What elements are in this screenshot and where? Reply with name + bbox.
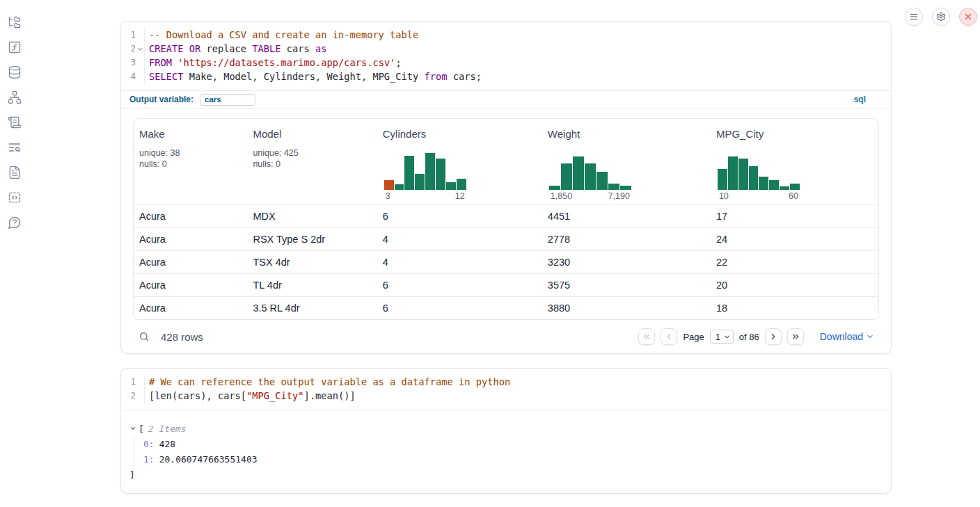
line-number: 2 bbox=[121, 42, 136, 56]
code-line: 2CREATE OR replace TABLE cars as bbox=[121, 42, 891, 56]
table-header: Makeunique: 38nulls: 0Modelunique: 425nu… bbox=[134, 119, 878, 204]
column-header-weight[interactable]: Weight1,8507,190 bbox=[542, 119, 711, 204]
menu-icon bbox=[909, 12, 919, 22]
page-total-label: of 86 bbox=[739, 332, 759, 342]
page-label: Page bbox=[683, 332, 704, 342]
column-header-mpg_city[interactable]: MPG_City1060 bbox=[711, 119, 878, 204]
prev-page-button[interactable] bbox=[661, 328, 677, 345]
histogram-bar bbox=[620, 186, 631, 190]
line-number: 2 bbox=[121, 389, 136, 403]
table-cell: Acura bbox=[134, 303, 247, 314]
column-title: Weight bbox=[548, 128, 705, 140]
python-code-editor[interactable]: 1# We can reference the output variable … bbox=[121, 369, 891, 410]
search-button[interactable] bbox=[139, 331, 150, 342]
column-title: Cylinders bbox=[383, 128, 537, 140]
histogram-bar bbox=[585, 163, 596, 190]
file-text-icon bbox=[8, 166, 22, 179]
histogram-range-labels: 1060 bbox=[718, 191, 800, 201]
sidebar-variables-button[interactable] bbox=[8, 40, 22, 54]
histogram-range-labels: 1,8507,190 bbox=[549, 191, 631, 201]
table-cell: 18 bbox=[711, 303, 878, 314]
code-line: 4SELECT Make, Model, Cylinders, Weight, … bbox=[121, 70, 891, 83]
code-line: 3FROM 'https://datasets.marimo.app/cars.… bbox=[121, 56, 891, 70]
table-cell: Acura bbox=[134, 234, 247, 245]
tree-entry: 0:428 bbox=[143, 436, 880, 451]
table-cell: Acura bbox=[134, 211, 247, 222]
column-header-cylinders[interactable]: Cylinders312 bbox=[377, 119, 542, 204]
download-button[interactable]: Download bbox=[820, 331, 874, 342]
table-cell: 6 bbox=[377, 303, 542, 314]
settings-button[interactable] bbox=[932, 8, 950, 26]
collapse-toggle-icon[interactable] bbox=[129, 425, 136, 432]
table-cell: 2778 bbox=[542, 234, 711, 245]
histogram-bar bbox=[404, 156, 414, 190]
sidebar-data-sources-button[interactable] bbox=[8, 65, 22, 79]
code-text: [len(cars), cars["MPG_City"].mean()] bbox=[144, 389, 356, 403]
code-text: CREATE OR replace TABLE cars as bbox=[144, 42, 326, 56]
histogram-bar bbox=[446, 182, 456, 190]
histogram-bar bbox=[561, 163, 572, 190]
column-stats: unique: 38nulls: 0 bbox=[139, 147, 242, 170]
database-icon bbox=[8, 65, 22, 79]
table-cell: 4 bbox=[377, 257, 542, 268]
table-row[interactable]: Acura3.5 RL 4dr6388018 bbox=[134, 296, 878, 319]
output-variable-label: Output variable: bbox=[129, 95, 193, 104]
notebook-menu-button[interactable] bbox=[905, 8, 923, 26]
histogram-bar bbox=[415, 174, 425, 190]
table-cell: 22 bbox=[711, 257, 878, 268]
histogram-bar bbox=[738, 159, 748, 190]
window-controls bbox=[905, 8, 977, 26]
output-variable-input[interactable] bbox=[200, 94, 255, 106]
histogram-bar bbox=[573, 156, 584, 190]
code-text: FROM 'https://datasets.marimo.app/cars.c… bbox=[144, 56, 402, 70]
sidebar-file-explorer-button[interactable] bbox=[8, 15, 22, 29]
table-cell: Acura bbox=[134, 280, 247, 291]
page-select[interactable]: 1 bbox=[710, 330, 734, 344]
table-cell: 6 bbox=[377, 280, 542, 291]
histogram-bar bbox=[608, 184, 619, 190]
table-cell: TSX 4dr bbox=[247, 257, 377, 268]
sidebar-snippets-button[interactable] bbox=[8, 191, 22, 204]
column-histogram[interactable] bbox=[549, 153, 631, 190]
sql-cell: 1-- Download a CSV and create an in-memo… bbox=[120, 21, 892, 354]
table-footer: 428 rows Page 1 of 86 Download bbox=[121, 320, 891, 353]
row-count: 428 rows bbox=[161, 331, 203, 343]
histogram-bar bbox=[425, 153, 435, 190]
first-page-button[interactable] bbox=[638, 328, 655, 345]
last-page-button[interactable] bbox=[787, 328, 804, 345]
tree-close-bracket: ] bbox=[129, 467, 880, 482]
fold-chevron-icon[interactable] bbox=[136, 42, 144, 56]
histogram-bar bbox=[457, 179, 466, 190]
language-badge: sql bbox=[854, 95, 866, 104]
column-header-make[interactable]: Makeunique: 38nulls: 0 bbox=[134, 119, 247, 204]
sidebar-documentation-button[interactable] bbox=[8, 166, 22, 179]
table-row[interactable]: AcuraTL 4dr6357520 bbox=[134, 273, 878, 296]
histogram-bar bbox=[749, 166, 759, 190]
histogram-bar bbox=[759, 177, 768, 190]
next-page-button[interactable] bbox=[765, 328, 782, 345]
table-row[interactable]: AcuraTSX 4dr4323022 bbox=[134, 250, 878, 273]
histogram-bar bbox=[728, 156, 738, 190]
column-histogram[interactable] bbox=[718, 153, 800, 190]
sidebar-help-button[interactable] bbox=[8, 216, 22, 230]
column-header-model[interactable]: Modelunique: 425nulls: 0 bbox=[247, 119, 377, 204]
sidebar-scratchpad-button[interactable] bbox=[8, 115, 22, 129]
sidebar-logs-button[interactable] bbox=[8, 140, 22, 154]
sql-code-editor[interactable]: 1-- Download a CSV and create an in-memo… bbox=[121, 22, 891, 90]
notebook-area: 1-- Download a CSV and create an in-memo… bbox=[120, 21, 892, 494]
shutdown-button[interactable] bbox=[959, 8, 977, 26]
chevron-down-icon bbox=[723, 333, 731, 341]
column-histogram[interactable] bbox=[384, 153, 466, 190]
histogram-bar bbox=[395, 184, 404, 190]
table-cell: RSX Type S 2dr bbox=[247, 234, 377, 245]
histogram-bar bbox=[718, 169, 727, 190]
download-label: Download bbox=[820, 331, 863, 342]
table-row[interactable]: AcuraRSX Type S 2dr4277824 bbox=[134, 227, 878, 250]
histogram-range-labels: 312 bbox=[384, 191, 466, 201]
table-cell: 4451 bbox=[542, 211, 711, 222]
line-number: 4 bbox=[121, 70, 136, 83]
table-row[interactable]: AcuraMDX6445117 bbox=[134, 204, 878, 227]
sidebar-dependencies-button[interactable] bbox=[8, 90, 22, 104]
table-cell: 3230 bbox=[542, 257, 711, 268]
python-cell: 1# We can reference the output variable … bbox=[120, 368, 892, 494]
